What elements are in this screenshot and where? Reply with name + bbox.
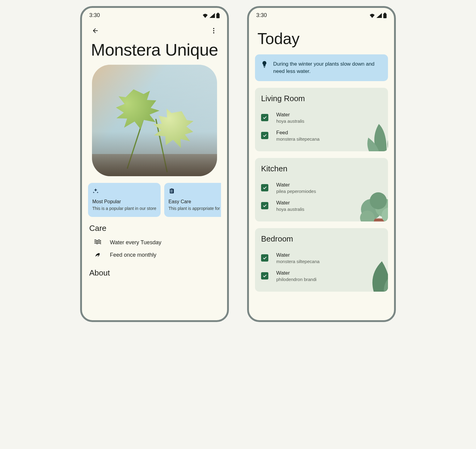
waves-icon: [93, 239, 101, 246]
svg-rect-8: [264, 67, 265, 68]
plant-title: Monstera Unique: [88, 40, 221, 59]
room-card-kitchen: Kitchen Water pilea peperomiodes Water h…: [255, 158, 388, 221]
task-row[interactable]: Water hoya australis: [261, 109, 382, 127]
task-checkbox[interactable]: [261, 132, 268, 139]
more-vert-icon: [210, 27, 217, 34]
task-action: Water: [276, 200, 304, 206]
chip-desc: This is a popular plant in our store: [92, 206, 156, 211]
battery-icon: [383, 13, 387, 18]
task-plant: philodendron brandi: [276, 277, 317, 282]
task-action: Water: [276, 252, 320, 258]
task-plant: hoya australis: [276, 118, 304, 124]
task-action: Feed: [276, 130, 320, 136]
lightbulb-icon: [261, 60, 268, 70]
task-row[interactable]: Water hoya australis: [261, 197, 382, 215]
care-heading: Care: [89, 224, 221, 233]
phone-plant-detail: 3:30 Monstera Unique: [80, 6, 229, 322]
task-checkbox[interactable]: [261, 272, 268, 279]
task-row[interactable]: Water pilea peperomiodes: [261, 179, 382, 197]
battery-icon: [216, 13, 220, 18]
room-card-bedroom: Bedroom Water monstera siltepecana Water…: [255, 228, 388, 292]
svg-rect-0: [216, 13, 220, 18]
svg-rect-1: [217, 13, 219, 14]
task-row[interactable]: Water monstera siltepecana: [261, 249, 382, 267]
tip-card: During the winter your plants slow down …: [255, 54, 388, 81]
task-plant: pilea peperomiodes: [276, 189, 316, 194]
plant-hero-image: [92, 65, 217, 177]
signal-icon: [376, 13, 382, 18]
svg-rect-5: [383, 13, 387, 18]
room-title: Bedroom: [261, 234, 382, 244]
top-app-bar: [82, 21, 227, 39]
feature-chip-easy-care[interactable]: Easy Care This plant is appropriate for …: [164, 183, 221, 217]
task-checkbox[interactable]: [261, 184, 268, 191]
status-time: 3:30: [256, 12, 267, 19]
chip-title: Easy Care: [168, 199, 221, 204]
about-heading: About: [89, 268, 221, 278]
task-checkbox[interactable]: [261, 114, 268, 121]
tip-text: During the winter your plants slow down …: [273, 60, 382, 75]
task-checkbox[interactable]: [261, 254, 268, 262]
feature-chip-popular[interactable]: Most Popular This is a popular plant in …: [88, 183, 161, 217]
svg-point-9: [364, 218, 388, 221]
sparkle-icon: [92, 188, 156, 196]
care-item-feed: Feed once monthly: [88, 248, 221, 262]
svg-point-4: [213, 32, 214, 33]
care-item-text: Water every Tuesday: [110, 239, 161, 246]
leaf-icon: [93, 251, 101, 259]
arrow-back-icon: [92, 27, 99, 34]
task-action: Water: [276, 182, 316, 188]
task-action: Water: [276, 112, 304, 118]
svg-rect-6: [384, 13, 386, 14]
wifi-icon: [369, 13, 375, 18]
signal-icon: [209, 13, 215, 18]
task-checkbox[interactable]: [261, 202, 268, 209]
status-time: 3:30: [89, 12, 100, 19]
status-bar: 3:30: [82, 8, 227, 21]
status-icons: [369, 13, 387, 18]
svg-point-13: [382, 207, 388, 221]
room-card-living-room: Living Room Water hoya australis Feed mo…: [255, 88, 388, 151]
task-row[interactable]: Feed monstera siltepecana: [261, 127, 382, 145]
status-icons: [202, 13, 220, 18]
task-plant: monstera siltepecana: [276, 136, 320, 142]
task-plant: hoya australis: [276, 207, 304, 212]
svg-rect-7: [264, 66, 265, 67]
feature-chip-row[interactable]: Most Popular This is a popular plant in …: [88, 183, 221, 217]
task-action: Water: [276, 270, 317, 276]
care-item-water: Water every Tuesday: [88, 237, 221, 248]
svg-point-2: [213, 28, 214, 29]
chip-desc: This plant is appropriate for beginners: [168, 206, 221, 211]
wifi-icon: [202, 13, 208, 18]
task-row[interactable]: Water philodendron brandi: [261, 267, 382, 285]
task-plant: monstera siltepecana: [276, 259, 320, 264]
clipboard-icon: [168, 188, 221, 196]
more-button[interactable]: [208, 25, 220, 37]
chip-title: Most Popular: [92, 199, 156, 204]
phone-today: 3:30 Today During the winter your plants…: [247, 6, 396, 322]
status-bar: 3:30: [249, 8, 394, 21]
svg-point-3: [213, 30, 214, 31]
back-button[interactable]: [89, 25, 101, 37]
today-title: Today: [257, 29, 388, 48]
room-title: Kitchen: [261, 164, 382, 173]
room-title: Living Room: [261, 94, 382, 103]
care-item-text: Feed once monthly: [110, 252, 156, 258]
